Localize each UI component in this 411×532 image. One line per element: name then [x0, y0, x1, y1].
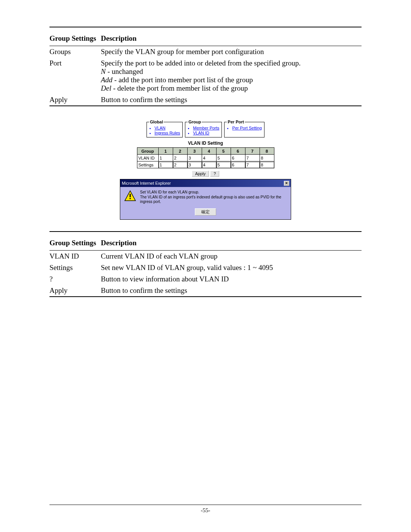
- col-group: Group: [137, 148, 158, 155]
- row-vlan-id: VLAN ID 1 2 3 4 5 6 7 8: [137, 155, 274, 161]
- row-desc: Set new VLAN ID of VLAN group, valid val…: [101, 262, 362, 273]
- col-1: 1: [158, 148, 173, 155]
- col-2: 2: [173, 148, 187, 155]
- vlanid-cell: 2: [173, 155, 187, 161]
- nav-link-per-port-setting[interactable]: Per Port Setting: [232, 126, 262, 130]
- col-4: 4: [202, 148, 216, 155]
- vlanid-cell: 1: [158, 155, 173, 161]
- th-description: Description: [101, 232, 362, 250]
- col-8: 8: [260, 148, 274, 155]
- vlanid-cell: 7: [245, 155, 260, 161]
- page-number: -55-: [49, 507, 362, 514]
- vlanid-cell: 4: [202, 155, 216, 161]
- settings-input-2[interactable]: [173, 162, 187, 168]
- vlanid-cell: 6: [231, 155, 245, 161]
- row-label: Groups: [49, 46, 101, 58]
- msgbox-title: Microsoft Internet Explorer: [122, 181, 171, 185]
- settings-input-1[interactable]: [159, 162, 173, 168]
- settings-input-5[interactable]: [217, 162, 231, 168]
- th-description: Description: [101, 27, 362, 46]
- ok-button[interactable]: 確定: [195, 208, 216, 216]
- row-desc: Specify the VLAN group for member port c…: [101, 46, 362, 58]
- svg-rect-1: [130, 194, 131, 197]
- th-group-settings: Group Settings: [49, 232, 101, 250]
- vlan-id-setting-screenshot: Global VLAN Ingress Rules Group Member P…: [120, 120, 291, 220]
- message-box: Microsoft Internet Explorer ✕ Set VLAN I…: [120, 179, 291, 220]
- divider: [49, 505, 362, 505]
- row-label: Apply: [49, 285, 101, 296]
- nav-global-legend: Global: [149, 120, 164, 124]
- row-desc: Specify the port to be added into or del…: [101, 58, 362, 94]
- vlan-id-table: Group 1 2 3 4 5 6 7 8 VLAN ID 1 2 3 4 5 …: [137, 147, 274, 168]
- row-vlanid-label: VLAN ID: [137, 155, 158, 161]
- table-row: VLAN ID Current VLAN ID of each VLAN gro…: [49, 251, 362, 262]
- group-settings-table-2: Group Settings Description VLAN ID Curre…: [49, 232, 362, 296]
- group-settings-table-1: Group Settings Description Groups Specif…: [49, 27, 362, 105]
- table-row: Port Specify the port to be added into o…: [49, 58, 362, 94]
- vlanid-cell: 8: [260, 155, 274, 161]
- th-group-settings: Group Settings: [49, 27, 101, 46]
- col-3: 3: [187, 148, 202, 155]
- row-settings-label: Settings: [137, 161, 158, 168]
- row-label: Port: [49, 58, 101, 94]
- table-row: Apply Button to confirm the settings: [49, 285, 362, 296]
- nav-perport-fieldset: Per Port Per Port Setting: [224, 120, 264, 137]
- row-label: Apply: [49, 94, 101, 105]
- help-button[interactable]: ?: [210, 171, 219, 177]
- row-label: ?: [49, 273, 101, 285]
- vlanid-cell: 5: [216, 155, 231, 161]
- svg-rect-2: [130, 198, 131, 199]
- row-settings: Settings: [137, 161, 274, 168]
- row-desc: Button to view information about VLAN ID: [101, 273, 362, 285]
- section-title: VLAN ID Setting: [120, 141, 291, 146]
- vlanid-cell: 3: [187, 155, 202, 161]
- table-row: ? Button to view information about VLAN …: [49, 273, 362, 285]
- table-row: Apply Button to confirm the settings: [49, 94, 362, 105]
- settings-input-8[interactable]: [260, 162, 274, 168]
- col-5: 5: [216, 148, 231, 155]
- row-desc: Current VLAN ID of each VLAN group: [101, 251, 362, 262]
- nav-global-fieldset: Global VLAN Ingress Rules: [147, 120, 183, 137]
- nav-group-fieldset: Group Member Ports VLAN ID: [185, 120, 222, 137]
- settings-input-7[interactable]: [245, 162, 260, 168]
- col-6: 6: [231, 148, 245, 155]
- divider: [49, 296, 362, 297]
- nav-link-vlan-id[interactable]: VLAN ID: [193, 131, 219, 135]
- close-icon[interactable]: ✕: [284, 181, 289, 186]
- table-row: Settings Set new VLAN ID of VLAN group, …: [49, 262, 362, 273]
- row-desc: Button to confirm the settings: [101, 285, 362, 296]
- nav-group-legend: Group: [188, 120, 202, 124]
- table-row: Groups Specify the VLAN group for member…: [49, 46, 362, 58]
- row-label: Settings: [49, 262, 101, 273]
- msgbox-text: Set VLAN ID for each VLAN group. The VLA…: [140, 190, 287, 204]
- nav-link-vlan[interactable]: VLAN: [155, 126, 180, 130]
- settings-input-3[interactable]: [188, 162, 202, 168]
- nav-link-ingress-rules[interactable]: Ingress Rules: [155, 131, 180, 135]
- nav-link-member-ports[interactable]: Member Ports: [193, 126, 219, 130]
- row-label: VLAN ID: [49, 251, 101, 262]
- row-desc: Button to confirm the settings: [101, 94, 362, 105]
- settings-input-4[interactable]: [202, 162, 216, 168]
- warning-icon: [124, 190, 136, 201]
- apply-button[interactable]: Apply: [192, 171, 209, 177]
- col-7: 7: [245, 148, 260, 155]
- page-footer: -55-: [49, 505, 362, 514]
- settings-input-6[interactable]: [231, 162, 245, 168]
- nav-perport-legend: Per Port: [227, 120, 245, 124]
- divider: [49, 105, 362, 106]
